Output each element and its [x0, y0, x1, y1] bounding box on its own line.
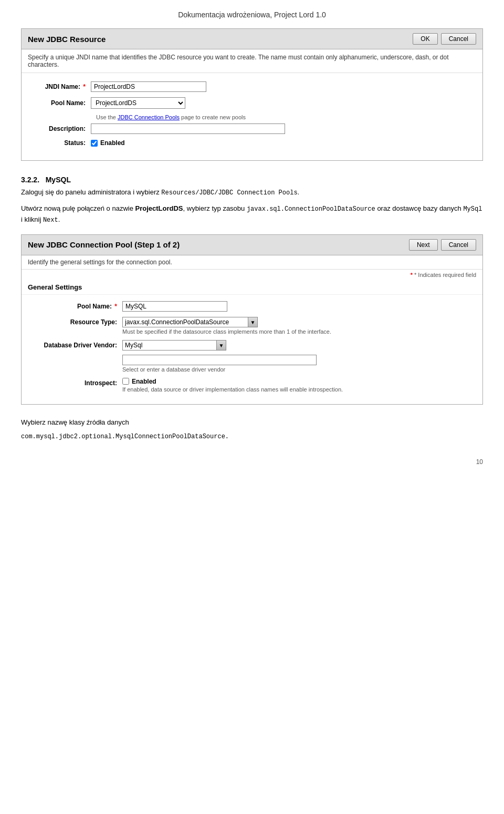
- description-input[interactable]: [91, 123, 285, 134]
- introspect-row: Introspect: Enabled If enabled, data sou…: [28, 378, 476, 393]
- description-label: Description:: [28, 125, 91, 132]
- description-row: Description:: [28, 123, 476, 134]
- jdbc-pool-panel: New JDBC Connection Pool (Step 1 of 2) N…: [21, 234, 483, 405]
- status-row: Status: Enabled: [28, 139, 476, 147]
- jdbc-resource-body: JNDI Name: * Pool Name: ProjectLordDS Us…: [22, 73, 482, 160]
- introspect-label: Introspect:: [28, 378, 122, 387]
- driver-vendor-select[interactable]: MySql: [122, 340, 217, 351]
- driver-vendor-field: MySql ▼ Select or enter a database drive…: [122, 340, 317, 373]
- footer-text1: Wybierz nazwę klasy źródła danych: [21, 417, 483, 428]
- status-enabled-label: Enabled: [100, 139, 125, 147]
- driver-vendor-input[interactable]: [122, 355, 317, 365]
- resource-type-select-wrap: javax.sql.ConnectionPoolDataSource ▼: [122, 317, 331, 327]
- resource-type-field: javax.sql.ConnectionPoolDataSource ▼ Mus…: [122, 317, 331, 335]
- driver-vendor-select-wrap: MySql ▼: [122, 340, 317, 351]
- pool-pool-name-label: Pool Name: *: [28, 301, 122, 310]
- status-label: Status:: [28, 139, 91, 147]
- cancel-button[interactable]: Cancel: [441, 33, 476, 45]
- pool-name-row: Pool Name: ProjectLordDS: [28, 97, 476, 109]
- pool-next-button[interactable]: Next: [409, 239, 438, 251]
- resource-type-label: Resource Type:: [28, 317, 122, 326]
- required-note: * * Indicates required field: [22, 270, 482, 280]
- introspect-checkbox[interactable]: [122, 378, 129, 385]
- section-322-number: 3.2.2. MySQL: [21, 176, 483, 184]
- driver-vendor-label: Database Driver Vendor:: [28, 340, 122, 349]
- jndi-name-label: JNDI Name: *: [28, 83, 91, 90]
- introspect-enabled-label: Enabled: [132, 378, 156, 385]
- pool-pool-name-row: Pool Name: *: [28, 301, 476, 312]
- footer-section: Wybierz nazwę klasy źródła danych com.my…: [21, 417, 483, 442]
- resource-type-select[interactable]: javax.sql.ConnectionPoolDataSource: [122, 317, 248, 327]
- general-settings-header: General Settings: [22, 280, 482, 295]
- ok-button[interactable]: OK: [413, 33, 437, 45]
- introspect-hint: If enabled, data source or driver implem…: [122, 386, 343, 393]
- jdbc-resource-desc: Specify a unique JNDI name that identifi…: [22, 49, 482, 73]
- section-322-para1: Zaloguj się do panelu administratora i w…: [21, 187, 483, 198]
- jdbc-pool-header: New JDBC Connection Pool (Step 1 of 2) N…: [22, 235, 482, 255]
- pool-name-select-wrap: ProjectLordDS: [91, 97, 185, 109]
- status-enabled: Enabled: [91, 139, 125, 147]
- jdbc-connection-pools-link[interactable]: JDBC Connection Pools: [118, 114, 180, 120]
- pool-name-label: Pool Name:: [28, 99, 91, 107]
- jndi-name-input[interactable]: [91, 81, 206, 92]
- jdbc-pool-title: New JDBC Connection Pool (Step 1 of 2): [28, 240, 180, 249]
- introspect-checkbox-wrap: Enabled: [122, 378, 343, 385]
- jndi-required-star: *: [83, 83, 86, 90]
- page-number: 10: [21, 458, 483, 466]
- introspect-field: Enabled If enabled, data source or drive…: [122, 378, 343, 393]
- pool-name-select[interactable]: ProjectLordDS: [91, 97, 185, 109]
- jdbc-pool-buttons: Next Cancel: [409, 239, 476, 251]
- page-title: Dokumentacja wdrożeniowa, Project Lord 1…: [21, 11, 483, 19]
- pool-hint: Use the JDBC Connection Pools page to cr…: [96, 114, 476, 120]
- jdbc-resource-header: New JDBC Resource OK Cancel: [22, 29, 482, 49]
- pool-cancel-button[interactable]: Cancel: [441, 239, 476, 251]
- pool-name-required-star: *: [114, 303, 117, 310]
- jndi-name-row: JNDI Name: *: [28, 81, 476, 92]
- driver-vendor-hint: Select or enter a database driver vendor: [122, 366, 317, 373]
- pool-body: Pool Name: * Resource Type: javax.sql.Co…: [22, 295, 482, 404]
- driver-vendor-row: Database Driver Vendor: MySql ▼ Select o…: [28, 340, 476, 373]
- footer-text2: com.mysql.jdbc2.optional.MysqlConnection…: [21, 431, 483, 442]
- jdbc-pool-desc: Identify the general settings for the co…: [22, 255, 482, 270]
- section-322-para2: Utwórz nową pulę połączeń o nazwie Proje…: [21, 203, 483, 225]
- resource-type-row: Resource Type: javax.sql.ConnectionPoolD…: [28, 317, 476, 335]
- jdbc-resource-buttons: OK Cancel: [413, 33, 476, 45]
- jdbc-resource-panel: New JDBC Resource OK Cancel Specify a un…: [21, 28, 483, 161]
- jdbc-resource-title: New JDBC Resource: [28, 35, 106, 44]
- resource-type-hint: Must be specified if the datasource clas…: [122, 328, 331, 335]
- resource-type-arrow[interactable]: ▼: [248, 317, 258, 327]
- driver-vendor-arrow[interactable]: ▼: [217, 340, 226, 351]
- status-checkbox[interactable]: [91, 140, 98, 147]
- pool-pool-name-input[interactable]: [122, 301, 227, 312]
